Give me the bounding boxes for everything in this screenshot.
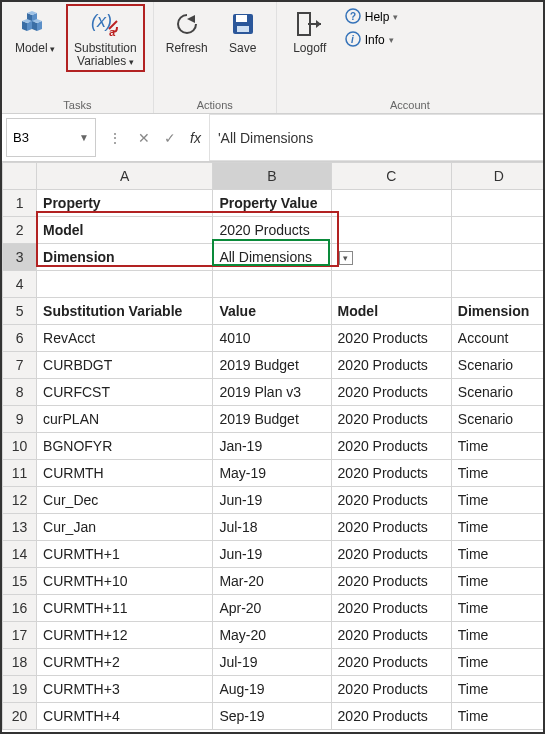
row-header[interactable]: 15 xyxy=(3,568,37,595)
table-cell[interactable]: 2020 Products xyxy=(331,379,451,406)
table-cell[interactable]: 2020 Products xyxy=(331,568,451,595)
row-header[interactable]: 12 xyxy=(3,487,37,514)
row-header[interactable]: 19 xyxy=(3,676,37,703)
table-cell[interactable]: 2019 Budget xyxy=(213,352,331,379)
cell[interactable] xyxy=(37,271,213,298)
cell-property-value-header[interactable]: Property Value xyxy=(213,190,331,217)
col-header-A[interactable]: A xyxy=(37,163,213,190)
cell[interactable] xyxy=(451,217,543,244)
cell[interactable] xyxy=(331,217,451,244)
col-header-C[interactable]: C xyxy=(331,163,451,190)
row-header[interactable]: 6 xyxy=(3,325,37,352)
cell-property-value[interactable]: 2020 Products xyxy=(213,217,331,244)
row-header[interactable]: 13 xyxy=(3,514,37,541)
table-cell[interactable]: CURMTH+1 xyxy=(37,541,213,568)
table-cell[interactable]: Time xyxy=(451,487,543,514)
table-cell[interactable]: Time xyxy=(451,514,543,541)
col-header-B[interactable]: B xyxy=(213,163,331,190)
table-cell[interactable]: 2019 Plan v3 xyxy=(213,379,331,406)
table-cell[interactable]: Jan-19 xyxy=(213,433,331,460)
table-cell[interactable]: CURMTH+11 xyxy=(37,595,213,622)
table-cell[interactable]: CURMTH+4 xyxy=(37,703,213,730)
logoff-button[interactable]: Logoff xyxy=(285,4,335,59)
row-header[interactable]: 9 xyxy=(3,406,37,433)
table-cell[interactable]: 4010 xyxy=(213,325,331,352)
table-cell[interactable]: 2019 Budget xyxy=(213,406,331,433)
table-cell[interactable]: 2020 Products xyxy=(331,514,451,541)
name-box[interactable]: B3 ▼ xyxy=(6,118,96,157)
table-cell[interactable]: Time xyxy=(451,460,543,487)
row-header[interactable]: 3 xyxy=(3,244,37,271)
substitution-variables-button[interactable]: (x) a Substitution Variables ▾ xyxy=(66,4,145,72)
table-cell[interactable]: Jun-19 xyxy=(213,487,331,514)
table-cell[interactable]: May-19 xyxy=(213,460,331,487)
table-cell[interactable]: Apr-20 xyxy=(213,595,331,622)
table-cell[interactable]: CURMTH+3 xyxy=(37,676,213,703)
formula-input[interactable]: 'All Dimensions xyxy=(209,114,543,161)
table-cell[interactable]: 2020 Products xyxy=(331,703,451,730)
table-cell[interactable]: 2020 Products xyxy=(331,433,451,460)
cell[interactable] xyxy=(213,271,331,298)
cell[interactable] xyxy=(331,190,451,217)
table-cell[interactable]: RevAcct xyxy=(37,325,213,352)
accept-icon[interactable]: ✓ xyxy=(164,130,176,146)
cancel-icon[interactable]: ✕ xyxy=(138,130,150,146)
row-header[interactable]: 20 xyxy=(3,703,37,730)
table-cell[interactable]: Jun-19 xyxy=(213,541,331,568)
row-header[interactable]: 11 xyxy=(3,460,37,487)
table-cell[interactable]: Time xyxy=(451,595,543,622)
table-cell[interactable]: CURMTH+10 xyxy=(37,568,213,595)
table-header[interactable]: Substitution Variable xyxy=(37,298,213,325)
row-header[interactable]: 7 xyxy=(3,352,37,379)
table-cell[interactable]: Mar-20 xyxy=(213,568,331,595)
row-header[interactable]: 1 xyxy=(3,190,37,217)
row-header[interactable]: 4 xyxy=(3,271,37,298)
select-all-corner[interactable] xyxy=(3,163,37,190)
dropdown-icon[interactable]: ▾ xyxy=(339,251,353,265)
table-cell[interactable]: 2020 Products xyxy=(331,352,451,379)
cell-property-key[interactable]: Dimension xyxy=(37,244,213,271)
table-cell[interactable]: Account xyxy=(451,325,543,352)
cell-property-header[interactable]: Property xyxy=(37,190,213,217)
table-header[interactable]: Model xyxy=(331,298,451,325)
table-cell[interactable]: Time xyxy=(451,568,543,595)
table-cell[interactable]: Time xyxy=(451,703,543,730)
table-cell[interactable]: 2020 Products xyxy=(331,460,451,487)
table-cell[interactable]: Jul-18 xyxy=(213,514,331,541)
table-cell[interactable]: Jul-19 xyxy=(213,649,331,676)
table-cell[interactable]: Time xyxy=(451,649,543,676)
table-cell[interactable]: CURBDGT xyxy=(37,352,213,379)
table-cell[interactable]: 2020 Products xyxy=(331,325,451,352)
cell[interactable] xyxy=(451,271,543,298)
table-cell[interactable]: Scenario xyxy=(451,379,543,406)
fx-icon[interactable]: fx xyxy=(190,130,201,146)
table-cell[interactable]: Time xyxy=(451,433,543,460)
cell[interactable] xyxy=(451,190,543,217)
refresh-button[interactable]: Refresh xyxy=(162,4,212,59)
table-cell[interactable]: 2020 Products xyxy=(331,676,451,703)
worksheet-area[interactable]: A B C D 1PropertyProperty Value2Model202… xyxy=(2,162,543,732)
table-cell[interactable]: Scenario xyxy=(451,352,543,379)
table-cell[interactable]: CURMTH xyxy=(37,460,213,487)
cell[interactable] xyxy=(451,244,543,271)
info-button[interactable]: i Info ▾ xyxy=(341,29,403,51)
table-cell[interactable]: CURMTH+2 xyxy=(37,649,213,676)
save-button[interactable]: Save xyxy=(218,4,268,59)
table-cell[interactable]: Time xyxy=(451,622,543,649)
row-header[interactable]: 5 xyxy=(3,298,37,325)
table-cell[interactable]: Aug-19 xyxy=(213,676,331,703)
table-cell[interactable]: Time xyxy=(451,676,543,703)
table-cell[interactable]: Cur_Dec xyxy=(37,487,213,514)
table-cell[interactable]: CURMTH+12 xyxy=(37,622,213,649)
model-button[interactable]: Model ▾ xyxy=(10,4,60,59)
cell-property-value[interactable]: All Dimensions▾ xyxy=(213,244,331,271)
row-header[interactable]: 17 xyxy=(3,622,37,649)
col-header-D[interactable]: D xyxy=(451,163,543,190)
row-header[interactable]: 18 xyxy=(3,649,37,676)
table-cell[interactable]: 2020 Products xyxy=(331,541,451,568)
row-header[interactable]: 2 xyxy=(3,217,37,244)
table-cell[interactable]: curPLAN xyxy=(37,406,213,433)
row-header[interactable]: 8 xyxy=(3,379,37,406)
row-header[interactable]: 16 xyxy=(3,595,37,622)
table-cell[interactable]: May-20 xyxy=(213,622,331,649)
